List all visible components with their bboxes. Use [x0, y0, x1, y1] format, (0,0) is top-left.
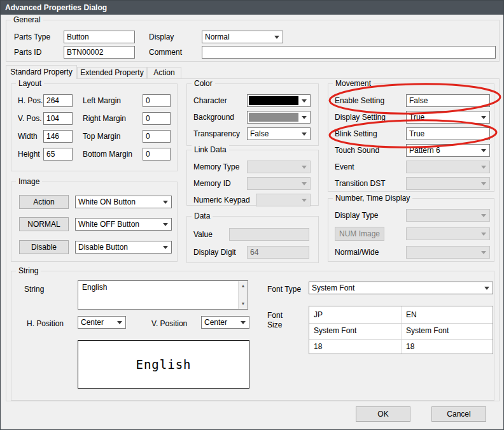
- normal-wide-label: Normal/Wide: [335, 246, 379, 259]
- transition-dst-select: [406, 177, 490, 190]
- font-table-cell-jp-font[interactable]: System Font: [309, 323, 401, 339]
- window-title: Advanced Properties Dialog: [5, 3, 107, 12]
- normal-image-select[interactable]: White OFF Button: [75, 218, 172, 231]
- scroll-down-icon[interactable]: ▼: [239, 299, 248, 308]
- memory-id-label: Memory ID: [193, 177, 231, 190]
- image-group-label: Image: [16, 177, 42, 187]
- number-time-display-group-label: Number, Time Display: [333, 194, 412, 203]
- blink-setting-label: Blink Setting: [335, 127, 377, 140]
- v-position-select[interactable]: Center: [201, 316, 249, 329]
- action-image-value: White ON Button: [78, 196, 161, 208]
- general-group: General Parts Type Button Display Normal…: [6, 20, 500, 62]
- chevron-down-icon: [481, 149, 486, 152]
- value-field: [229, 228, 309, 241]
- font-type-value: System Font: [312, 282, 482, 294]
- parts-type-field[interactable]: Button: [64, 31, 135, 43]
- font-table-cell-en-size[interactable]: 18: [402, 339, 493, 355]
- chevron-down-icon: [302, 99, 307, 103]
- character-color-select[interactable]: [247, 94, 311, 107]
- tab-extended-property[interactable]: Extended Property: [77, 67, 147, 78]
- chevron-down-icon: [302, 133, 307, 136]
- transparency-value: False: [250, 128, 300, 140]
- layout-group-label: Layout: [16, 79, 44, 89]
- h-pos-label: H. Pos.: [18, 94, 43, 107]
- disable-image-select[interactable]: Disable Button: [75, 241, 172, 254]
- tab-action[interactable]: Action: [147, 67, 181, 78]
- top-margin-field[interactable]: 0: [143, 130, 171, 143]
- num-image-button: NUM Image: [335, 227, 384, 241]
- background-color-select[interactable]: [247, 111, 311, 124]
- touch-sound-select[interactable]: Pattern 6: [406, 144, 490, 157]
- transparency-select[interactable]: False: [247, 127, 311, 140]
- disable-image-button[interactable]: Disable: [19, 240, 69, 254]
- display-select[interactable]: Normal: [202, 31, 283, 43]
- display-digit-label: Display Digit: [193, 246, 236, 259]
- touch-sound-label: Touch Sound: [335, 144, 379, 157]
- touch-sound-value: Pattern 6: [409, 145, 479, 156]
- string-textarea-value: English: [82, 283, 236, 292]
- chevron-down-icon: [481, 251, 486, 254]
- chevron-down-icon: [163, 246, 168, 249]
- string-textarea[interactable]: English ▲ ▼: [78, 280, 248, 310]
- color-group-label: Color: [192, 79, 215, 89]
- normal-wide-select: [406, 246, 490, 259]
- h-pos-field[interactable]: 264: [43, 94, 73, 107]
- enable-setting-label: Enable Setting: [335, 94, 384, 107]
- v-pos-field[interactable]: 104: [43, 112, 73, 125]
- chevron-down-icon: [274, 36, 279, 39]
- background-color-label: Background: [193, 111, 234, 124]
- parts-id-field[interactable]: BTN00002: [64, 46, 135, 59]
- width-label: Width: [18, 130, 38, 143]
- bottom-margin-label: Bottom Margin: [83, 148, 132, 161]
- v-position-value: Center: [204, 317, 239, 328]
- left-margin-label: Left Margin: [83, 94, 121, 107]
- width-field[interactable]: 146: [43, 130, 73, 143]
- font-table-header-jp: JP: [309, 306, 401, 323]
- background-color-swatch: [249, 113, 298, 122]
- font-table-header-en: EN: [402, 306, 493, 323]
- left-margin-field[interactable]: 0: [143, 94, 171, 107]
- action-image-select[interactable]: White ON Button: [75, 196, 172, 208]
- chevron-down-icon: [302, 199, 307, 202]
- data-group-label: Data: [192, 211, 213, 221]
- bottom-margin-field[interactable]: 0: [143, 148, 171, 161]
- transparency-label: Transparency: [193, 127, 240, 140]
- display-setting-select[interactable]: True: [406, 111, 490, 124]
- number-time-display-group: Number, Time Display Display Type NUM Im…: [328, 198, 494, 262]
- title-bar[interactable]: Advanced Properties Dialog: [1, 1, 503, 15]
- top-margin-label: Top Margin: [83, 130, 120, 143]
- font-table-cell-en-font[interactable]: System Font: [402, 323, 493, 339]
- textarea-scrollbar[interactable]: ▲ ▼: [238, 281, 248, 309]
- chevron-down-icon: [481, 233, 486, 236]
- blink-setting-field[interactable]: True: [406, 127, 490, 140]
- disable-image-value: Disable Button: [78, 241, 161, 253]
- tab-standard-property[interactable]: Standard Property: [6, 65, 77, 79]
- advanced-properties-dialog: Advanced Properties Dialog General Parts…: [0, 0, 504, 430]
- height-label: Height: [18, 148, 40, 161]
- cancel-button[interactable]: Cancel: [431, 406, 486, 422]
- memory-type-select: [247, 161, 311, 173]
- action-image-button[interactable]: Action: [19, 195, 69, 209]
- chevron-down-icon: [481, 116, 486, 119]
- memory-type-label: Memory Type: [193, 161, 239, 173]
- display-digit-field: 64: [247, 246, 309, 259]
- font-type-select[interactable]: System Font: [309, 282, 493, 294]
- ok-button[interactable]: OK: [356, 406, 410, 422]
- comment-field[interactable]: [202, 46, 496, 59]
- transition-dst-label: Transition DST: [335, 177, 386, 190]
- normal-image-button[interactable]: NORMAL: [19, 217, 69, 231]
- data-group: Data Value Display Digit 64: [186, 216, 319, 263]
- display-setting-value: True: [409, 111, 479, 123]
- chevron-down-icon: [163, 223, 168, 226]
- chevron-down-icon: [117, 321, 122, 324]
- right-margin-label: Right Margin: [83, 112, 126, 125]
- enable-setting-field[interactable]: False: [406, 94, 490, 107]
- font-table-cell-jp-size[interactable]: 18: [309, 339, 401, 355]
- right-margin-field[interactable]: 0: [143, 112, 171, 125]
- string-group-label: String: [16, 266, 41, 276]
- height-field[interactable]: 65: [43, 148, 73, 161]
- num-image-select: [406, 227, 490, 240]
- h-position-select[interactable]: Center: [78, 316, 126, 329]
- scroll-up-icon[interactable]: ▲: [239, 282, 248, 290]
- v-position-label: V. Position: [151, 317, 187, 330]
